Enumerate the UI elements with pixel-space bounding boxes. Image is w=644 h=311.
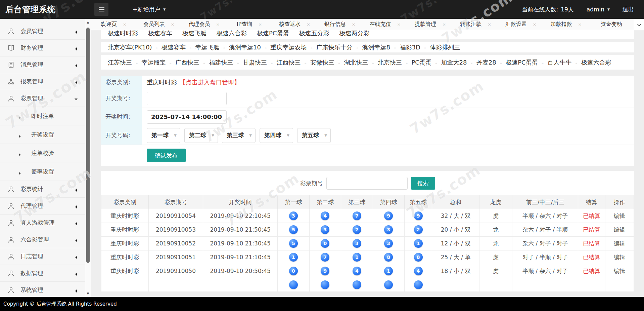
tab-close-icon[interactable]: × (171, 22, 175, 27)
lottery-link-澳洲幸运10[interactable]: 澳洲幸运10 (229, 44, 261, 51)
lottery-link-PC蛋蛋[interactable]: PC蛋蛋 (412, 59, 431, 66)
lottery-link-江西快三[interactable]: 江西快三 (277, 59, 301, 66)
period-search-input[interactable] (326, 177, 408, 190)
tab-close-icon[interactable]: × (442, 22, 446, 27)
column-header-第三球: 第三球 (341, 195, 373, 209)
ball-select-第三球[interactable]: 第三球▼ (222, 128, 256, 143)
tab-提款管理[interactable]: 提款管理× (408, 19, 453, 30)
new-user-dropdown[interactable]: +新增用户 ▼ (133, 6, 166, 13)
lottery-link-广西快三[interactable]: 广西快三 (175, 59, 199, 66)
tab-close-icon[interactable]: × (216, 22, 220, 27)
lottery-link-澳洲幸运8[interactable]: 澳洲幸运8 (362, 44, 390, 51)
edit-link[interactable]: 编辑 (614, 226, 625, 233)
tab-close-icon[interactable]: × (307, 22, 310, 27)
lottery-link-甘肃快三[interactable]: 甘肃快三 (243, 59, 267, 66)
lottery-link-极速时时彩[interactable]: 极速时时彩 (108, 30, 138, 37)
issue-label: 开奖期号: (101, 89, 142, 108)
cell-ball: 4 (309, 209, 341, 223)
tab-会员列表[interactable]: 会员列表× (136, 19, 182, 30)
tab-close-icon[interactable]: × (397, 22, 401, 27)
tab-欢迎页[interactable]: 欢迎页× (91, 19, 136, 30)
draw-time-input[interactable] (147, 110, 227, 124)
tab-银行信息[interactable]: 银行信息× (317, 19, 363, 30)
sidebar-item-消息管理[interactable]: 消息管理 (0, 56, 85, 73)
lottery-link-北京快三[interactable]: 北京快三 (378, 59, 402, 66)
logout-button[interactable]: 退出 (623, 6, 634, 13)
lottery-link-幸运骰宝[interactable]: 幸运骰宝 (142, 59, 166, 66)
edit-link[interactable]: 编辑 (614, 240, 625, 247)
admin-dropdown[interactable]: admin ▼ (587, 6, 610, 13)
tab-核查返水[interactable]: 核查返水× (272, 19, 317, 30)
lottery-link-丹麦28[interactable]: 丹麦28 (476, 59, 496, 66)
lottery-link-极速六合彩[interactable]: 极速六合彩 (217, 30, 247, 37)
lottery-link-极速六合彩[interactable]: 极速六合彩 (581, 59, 611, 66)
scrollbar-thumb[interactable] (86, 28, 90, 263)
edit-link[interactable]: 编辑 (614, 254, 625, 261)
tab-close-icon[interactable]: × (123, 22, 127, 27)
sidebar-item-系统管理[interactable]: 系统管理 (0, 282, 85, 297)
lottery-link-福彩3D[interactable]: 福彩3D (400, 44, 420, 51)
sidebar-subitem-开奖设置[interactable]: 开奖设置 (0, 125, 85, 144)
lottery-link-福建快三[interactable]: 福建快三 (209, 59, 233, 66)
sidebar-item-代理管理[interactable]: 代理管理 (0, 198, 85, 215)
search-button[interactable]: 搜索 (411, 177, 435, 190)
ball-select-第一球[interactable]: 第一球▼ (147, 128, 180, 143)
lottery-link-极速五分彩[interactable]: 极速五分彩 (299, 30, 329, 37)
lottery-link-极速飞艇[interactable]: 极速飞艇 (182, 30, 206, 37)
tab-资金变动[interactable]: 资金变动 (589, 19, 634, 30)
tab-IP查询[interactable]: IP查询× (227, 19, 272, 30)
lottery-link-幸运飞艇[interactable]: 幸运飞艇 (195, 44, 220, 51)
lottery-link-北京赛车(PK10)[interactable]: 北京赛车(PK10) (108, 44, 152, 51)
sidebar-item-财务管理[interactable]: 财务管理 (0, 40, 85, 56)
lottery-link-加拿大28[interactable]: 加拿大28 (441, 59, 467, 66)
sidebar-item-真人游戏管理[interactable]: 真人游戏管理 (0, 215, 85, 231)
lottery-link-广东快乐十分[interactable]: 广东快乐十分 (316, 44, 353, 51)
tab-close-icon[interactable]: × (533, 22, 537, 27)
lottery-link-极速赛车[interactable]: 极速赛车 (162, 44, 186, 51)
sidebar-toggle-button[interactable] (94, 3, 108, 16)
tab-close-icon[interactable]: × (352, 22, 356, 27)
lottery-link-极速PC蛋蛋[interactable]: 极速PC蛋蛋 (257, 30, 289, 37)
sidebar-item-六合彩管理[interactable]: 六合彩管理 (0, 231, 85, 248)
ball-select-第五球[interactable]: 第五球▼ (297, 128, 331, 143)
tab-加款扣款[interactable]: 加款扣款× (544, 19, 589, 30)
edit-link[interactable]: 编辑 (614, 212, 625, 219)
lottery-link-极速赛车[interactable]: 极速赛车 (148, 30, 172, 37)
lottery-link-江苏快三[interactable]: 江苏快三 (108, 59, 132, 66)
lottery-link-极速两分彩[interactable]: 极速两分彩 (339, 30, 369, 37)
sidebar-item-日志管理[interactable]: 日志管理 (0, 248, 85, 265)
cell-ball: 5 (278, 237, 309, 250)
lottery-link-重庆幸运农场[interactable]: 重庆幸运农场 (271, 44, 307, 51)
lottery-link-体彩排列三[interactable]: 体彩排列三 (430, 44, 460, 51)
ball-select-第二球[interactable]: 第二球▼ (184, 128, 218, 143)
lottery-link-湖北快三[interactable]: 湖北快三 (344, 59, 368, 66)
sidebar-item-彩票管理[interactable]: 彩票管理 (0, 90, 85, 107)
confirm-publish-button[interactable]: 确认发布 (147, 149, 186, 162)
lottery-link-安徽快三[interactable]: 安徽快三 (310, 59, 334, 66)
tab-转账汇款[interactable]: 转账汇款× (453, 19, 498, 30)
sidebar-item-报表管理[interactable]: 报表管理 (0, 73, 85, 90)
sidebar-subitem-赔率设置[interactable]: 赔率设置 (0, 162, 85, 181)
tab-close-icon[interactable]: × (258, 22, 262, 27)
tab-close-icon[interactable]: × (488, 22, 491, 27)
tab-list-dropdown[interactable] (634, 19, 644, 30)
lottery-link-极速PC蛋蛋[interactable]: 极速PC蛋蛋 (506, 59, 538, 66)
issue-number-input[interactable] (147, 92, 227, 105)
sidebar-item-彩票统计[interactable]: 彩票统计 (0, 181, 85, 198)
sidebar-item-会员管理[interactable]: 会员管理 (0, 23, 85, 40)
edit-link[interactable]: 编辑 (614, 268, 625, 274)
sidebar-subitem-即时注单[interactable]: 即时注单 (0, 107, 85, 125)
ball-select-第四球[interactable]: 第四球▼ (260, 128, 293, 143)
pan-kou-manage-link[interactable]: 【点击进入盘口管理】 (180, 78, 240, 86)
lottery-link-百人牛牛[interactable]: 百人牛牛 (547, 59, 571, 66)
tab-代理会员[interactable]: 代理会员× (182, 19, 227, 30)
tab-在线充值[interactable]: 在线充值× (363, 19, 408, 30)
content-scrollbar[interactable]: ▲ ▼ (85, 19, 91, 297)
scroll-up-arrow-icon[interactable]: ▲ (85, 21, 91, 24)
sidebar-item-数据管理[interactable]: 数据管理 (0, 265, 85, 282)
sidebar-subitem-注单校验[interactable]: 注单校验 (0, 144, 85, 162)
sidebar-item-label: 数据管理 (20, 269, 43, 277)
tab-close-icon[interactable]: × (578, 22, 582, 27)
tab-汇款设置[interactable]: 汇款设置× (498, 19, 544, 30)
scroll-down-arrow-icon[interactable]: ▼ (85, 292, 91, 295)
